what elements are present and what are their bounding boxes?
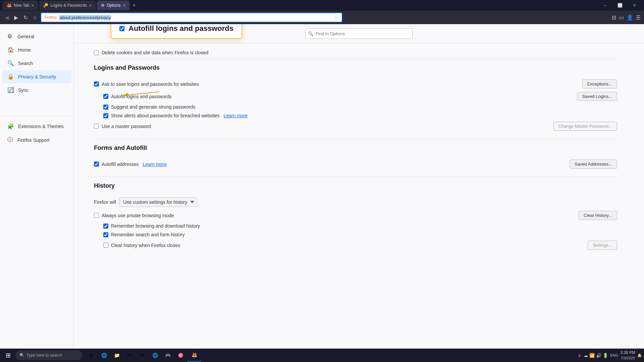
save-logins-checkbox[interactable] bbox=[94, 81, 99, 86]
sidebar-item-support[interactable]: ⓘ Firefox Support bbox=[2, 133, 71, 147]
gear-icon: ⚙ bbox=[7, 33, 13, 40]
clear-on-close-label[interactable]: Clear history when Firefox closes bbox=[111, 243, 180, 248]
sidebar-label-home: Home bbox=[18, 47, 31, 53]
change-master-password-button[interactable]: Change Master Password... bbox=[553, 122, 617, 131]
chrome-icon[interactable]: 🌐 bbox=[149, 349, 161, 361]
master-password-checkbox[interactable] bbox=[94, 124, 99, 129]
menu-icon[interactable]: ☰ bbox=[636, 14, 641, 21]
app-icon-extra[interactable]: 🎯 bbox=[174, 349, 186, 361]
divider-2 bbox=[94, 139, 617, 139]
sidebar-item-search[interactable]: 🔍 Search bbox=[2, 57, 71, 70]
address-bar[interactable]: Firefox about:preferences#privacy ☆ bbox=[41, 12, 342, 22]
browsing-history-row: Remember browsing and download history bbox=[94, 223, 617, 229]
history-dropdown-row: Firefox will Remember history Never reme… bbox=[94, 197, 617, 207]
sidebar-item-sync[interactable]: 🔄 Sync bbox=[2, 83, 71, 97]
close-button[interactable]: ✕ bbox=[628, 1, 641, 10]
delete-cookies-checkbox[interactable] bbox=[94, 50, 99, 55]
tab-close[interactable]: ✕ bbox=[89, 4, 92, 7]
home-button[interactable]: ⌂ bbox=[32, 13, 38, 22]
tab-close[interactable]: ✕ bbox=[31, 4, 34, 7]
history-dropdown[interactable]: Remember history Never remember history … bbox=[119, 197, 197, 207]
show-alerts-checkbox[interactable] bbox=[103, 113, 108, 118]
tab-favicon: ⚙ bbox=[101, 3, 105, 8]
tray-arrow[interactable]: 🔺 bbox=[577, 353, 582, 358]
extensions-icon: 🧩 bbox=[7, 123, 14, 129]
tab-close-options[interactable]: ✕ bbox=[123, 4, 125, 7]
browsing-history-checkbox[interactable] bbox=[103, 224, 108, 229]
clear-on-close-checkbox[interactable] bbox=[103, 243, 108, 248]
search-history-checkbox[interactable] bbox=[103, 232, 108, 237]
delete-cookies-label[interactable]: Delete cookies and site data when Firefo… bbox=[102, 50, 208, 55]
show-alerts-learn-more[interactable]: Learn more bbox=[224, 113, 248, 118]
save-logins-label[interactable]: Ask to save logins and passwords for web… bbox=[102, 81, 199, 87]
bookmark-icon[interactable]: ☆ bbox=[334, 15, 338, 20]
tab-favicon: 🔑 bbox=[43, 3, 48, 8]
autofill-addresses-label[interactable]: Autofill addresses bbox=[102, 162, 139, 167]
clear-history-button[interactable]: Clear History... bbox=[579, 211, 617, 220]
minimize-button[interactable]: ─ bbox=[598, 1, 612, 10]
mail-icon[interactable]: ✉ bbox=[136, 349, 148, 361]
library-icon[interactable]: ⊟ bbox=[612, 14, 616, 21]
taskview-icon[interactable]: ⊟ bbox=[85, 349, 97, 361]
cloud-icon[interactable]: ☁ bbox=[584, 353, 588, 358]
title-bar: 🦊 New Tab ✕ 🔑 Logins & Passwords ✕ ⚙ Opt… bbox=[0, 0, 644, 11]
language-label: ENG bbox=[610, 353, 618, 357]
refresh-button[interactable]: ↻ bbox=[22, 13, 29, 22]
maximize-button[interactable]: ⬜ bbox=[613, 1, 627, 10]
battery-icon[interactable]: 🔋 bbox=[603, 353, 608, 358]
autofill-logins-checkbox[interactable] bbox=[103, 94, 108, 99]
explorer-icon[interactable]: 📁 bbox=[111, 349, 123, 361]
private-browsing-label[interactable]: Always use private browsing mode bbox=[102, 213, 174, 218]
sound-icon[interactable]: 🔊 bbox=[596, 353, 601, 358]
sidebar-toggle-icon[interactable]: ▭ bbox=[619, 14, 624, 21]
browsing-history-label[interactable]: Remember browsing and download history bbox=[111, 223, 200, 229]
new-tab-button[interactable]: + bbox=[131, 2, 138, 8]
clock-date: 7/3/2020 bbox=[620, 356, 635, 361]
back-button[interactable]: ◀ bbox=[3, 13, 10, 22]
sync-icon: 🔄 bbox=[7, 87, 14, 93]
sidebar-label-extensions: Extensions & Themes bbox=[18, 124, 64, 129]
taskbar-search[interactable]: 🔍 Type here to search bbox=[15, 350, 83, 360]
sidebar-item-privacy[interactable]: 🔒 Privacy & Security bbox=[2, 70, 71, 83]
show-alerts-label[interactable]: Show alerts about passwords for breached… bbox=[111, 113, 220, 118]
sidebar-item-extensions[interactable]: 🧩 Extensions & Themes bbox=[2, 120, 71, 133]
suggest-passwords-checkbox[interactable] bbox=[103, 105, 108, 110]
store-icon[interactable]: 🛍 bbox=[123, 349, 136, 361]
find-bar-search-icon: 🔍 bbox=[308, 31, 313, 36]
account-icon[interactable]: 👤 bbox=[627, 14, 633, 21]
main-content: 🔍 Delete cookies and site data when Fire… bbox=[74, 24, 644, 349]
autofill-addresses-learn-more[interactable]: Learn more bbox=[143, 162, 167, 167]
gaming-icon[interactable]: 🎮 bbox=[162, 349, 174, 361]
master-password-label[interactable]: Use a master password bbox=[102, 124, 151, 129]
history-settings-button[interactable]: Settings... bbox=[588, 241, 617, 250]
private-browsing-checkbox[interactable] bbox=[94, 213, 99, 218]
firefox-taskbar-icon[interactable]: 🦊 bbox=[187, 349, 201, 362]
notification-icon[interactable]: 🔔 bbox=[637, 353, 642, 358]
system-tray: 🔺 ☁ 📶 🔊 🔋 bbox=[577, 353, 608, 358]
exceptions-button[interactable]: Exceptions... bbox=[582, 79, 617, 88]
forward-button[interactable]: ▶ bbox=[13, 13, 19, 22]
find-input[interactable] bbox=[305, 28, 413, 39]
tab-logins[interactable]: 🔑 Logins & Passwords ✕ bbox=[39, 1, 96, 10]
search-history-label[interactable]: Remember search and form history bbox=[111, 232, 184, 237]
edge-icon[interactable]: 🌐 bbox=[98, 349, 110, 361]
autofill-logins-label[interactable]: Autofill logins and passwords bbox=[111, 94, 172, 99]
tab-label: New Tab bbox=[14, 3, 29, 8]
sidebar-item-general[interactable]: ⚙ General bbox=[2, 30, 71, 43]
tooltip-checkbox[interactable] bbox=[119, 26, 124, 31]
start-button[interactable]: ⊞ bbox=[2, 349, 14, 361]
master-password-row: Use a master password Change Master Pass… bbox=[94, 122, 617, 131]
tab-newtab[interactable]: 🦊 New Tab ✕ bbox=[3, 1, 38, 10]
tab-label: Logins & Passwords bbox=[50, 3, 87, 8]
saved-logins-button[interactable]: Saved Logins... bbox=[577, 92, 617, 101]
saved-addresses-button[interactable]: Saved Addresses... bbox=[570, 160, 617, 169]
network-icon[interactable]: 📶 bbox=[589, 353, 595, 358]
taskbar-search-icon: 🔍 bbox=[19, 353, 24, 358]
sidebar-item-home[interactable]: 🏠 Home bbox=[2, 43, 71, 56]
logins-section-title: Logins and Passwords bbox=[94, 64, 617, 74]
suggest-passwords-label[interactable]: Suggest and generate strong passwords bbox=[111, 104, 195, 110]
support-icon: ⓘ bbox=[7, 136, 13, 143]
sidebar-label-support: Firefox Support bbox=[17, 137, 50, 143]
autofill-addresses-checkbox[interactable] bbox=[94, 162, 99, 167]
tab-options[interactable]: ⚙ Options ✕ bbox=[97, 1, 129, 10]
